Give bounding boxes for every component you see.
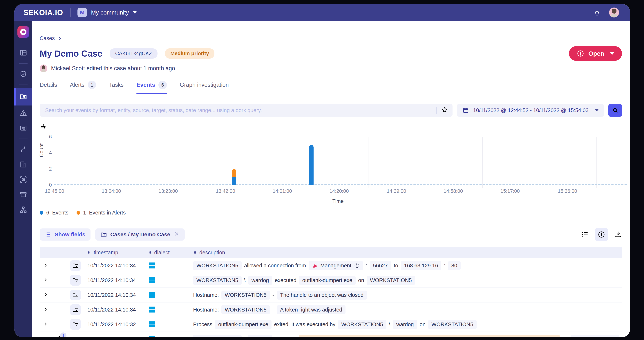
value-chip[interactable]: The handle to an object was closed: [277, 291, 367, 300]
drag-handle-icon: [88, 250, 91, 255]
column-header-description[interactable]: description: [193, 250, 622, 256]
value-chip[interactable]: 56627: [370, 261, 391, 270]
community-caret-icon[interactable]: [133, 12, 136, 14]
select-columns-icon[interactable]: [581, 230, 588, 239]
topbar-divider: [70, 8, 70, 17]
sidebar-item-entities[interactable]: [14, 157, 32, 172]
case-folder-button[interactable]: [70, 319, 81, 330]
bar-segment-alerts: [232, 169, 236, 177]
shield-check-icon: [20, 70, 27, 78]
value-chip[interactable]: wardog: [248, 276, 272, 285]
expand-chevron[interactable]: [40, 306, 53, 313]
table-row[interactable]: 110/11/2022 13:44:52WORKSTATION5\wardoge…: [40, 332, 622, 337]
tab-events[interactable]: Events6: [136, 81, 167, 94]
table-row[interactable]: 10/11/2022 14:10:34WORKSTATION5\wardogex…: [40, 273, 622, 288]
y-gridline: [54, 137, 622, 137]
table-row[interactable]: 10/11/2022 14:10:34Hostname:WORKSTATION5…: [40, 302, 622, 317]
dialect-cell: [148, 261, 193, 270]
status-open-button[interactable]: Open: [569, 46, 622, 61]
value-chip[interactable]: WORKSTATION5: [193, 335, 242, 337]
sidebar-item-hierarchy[interactable]: [14, 202, 32, 217]
histogram-bar[interactable]: [309, 145, 314, 185]
x-tick-label: 14:20:00: [330, 188, 349, 194]
value-chip[interactable]: WORKSTATION5: [222, 305, 270, 314]
table-row[interactable]: 10/11/2022 14:10:32Processoutflank-dumpe…: [40, 317, 622, 332]
community-name[interactable]: My community: [91, 9, 129, 16]
search-input[interactable]: [45, 107, 432, 113]
entity-chip[interactable]: Management: [308, 261, 363, 270]
tab-alerts[interactable]: Alerts1: [70, 81, 96, 94]
case-filter-chip[interactable]: Cases / My Demo Case: [95, 228, 185, 241]
value-chip[interactable]: WORKSTATION5: [571, 335, 619, 337]
value-chip[interactable]: 168.63.129.16: [401, 261, 441, 270]
value-chip[interactable]: WORKSTATION5: [338, 320, 386, 329]
value-chip[interactable]: WORKSTATION5: [193, 276, 242, 285]
calendar-icon: [462, 107, 469, 114]
expand-chevron[interactable]: [40, 336, 53, 337]
breadcrumb[interactable]: Cases: [40, 35, 622, 41]
tab-graph-investigation[interactable]: Graph investigation: [180, 81, 229, 94]
sidebar-item-dashboards[interactable]: [14, 45, 32, 60]
tab-tasks[interactable]: Tasks: [109, 81, 124, 94]
bar-segment-events: [309, 145, 314, 185]
chevron-right-icon: [43, 277, 48, 283]
timestamp-cell: 10/11/2022 14:10:34: [88, 263, 148, 269]
expand-chevron[interactable]: [40, 277, 53, 283]
tab-details[interactable]: Details: [40, 81, 57, 94]
user-avatar[interactable]: [609, 8, 619, 18]
value-chip[interactable]: wardog: [248, 335, 272, 337]
page-title: My Demo Case: [40, 49, 102, 59]
histogram-bar[interactable]: [232, 169, 236, 185]
chart-settings-icon[interactable]: [40, 123, 622, 131]
show-fields-button[interactable]: Show fields: [40, 228, 90, 241]
expand-chevron[interactable]: [40, 321, 53, 327]
sidebar-item-protect[interactable]: [14, 67, 32, 82]
sidebar-item-intakes[interactable]: [14, 142, 32, 157]
community-avatar[interactable]: M: [78, 8, 87, 17]
column-header-timestamp[interactable]: timestamp: [88, 250, 148, 256]
info-toggle-button[interactable]: [595, 228, 608, 241]
value-chip[interactable]: outflank-dumpert.exe: [299, 276, 356, 285]
breadcrumb-cases[interactable]: Cases: [40, 35, 55, 41]
x-tick-label: 12:45:00: [45, 188, 64, 194]
value-chip[interactable]: WORKSTATION5: [222, 291, 270, 300]
value-chip[interactable]: WORKSTATION5: [366, 276, 415, 285]
case-folder-button[interactable]: [70, 290, 81, 300]
download-icon[interactable]: [614, 230, 622, 239]
highlighted-command-chip[interactable]: psexec.exe -accepteula -s reg save hklm\…: [299, 335, 560, 337]
case-folder-button[interactable]: [70, 260, 81, 271]
value-chip[interactable]: WORKSTATION5: [193, 261, 242, 270]
description-text: Process: [193, 321, 212, 327]
sidebar-item-cases[interactable]: [14, 88, 32, 105]
column-header-dialect[interactable]: dialect: [148, 250, 193, 256]
remove-filter-icon[interactable]: [174, 231, 180, 238]
sidebar-item-archive[interactable]: [14, 187, 32, 202]
value-chip[interactable]: 80: [448, 261, 460, 270]
add-to-case-button[interactable]: [70, 335, 77, 337]
sidebar-item-alerts[interactable]: [14, 105, 32, 121]
plug-icon: [20, 145, 27, 153]
notifications-bell-icon[interactable]: [593, 8, 601, 17]
search-button[interactable]: [608, 104, 622, 117]
case-folder-button[interactable]: [70, 275, 81, 286]
value-chip[interactable]: wardog: [393, 320, 417, 329]
building-icon: [20, 161, 27, 168]
sidebar-item-events[interactable]: [14, 121, 32, 136]
sidebar-item-sandbox[interactable]: [14, 172, 32, 187]
favorite-star-icon[interactable]: [441, 106, 448, 114]
legend-count: 1: [83, 210, 86, 216]
case-folder-button[interactable]: [70, 304, 81, 315]
value-chip[interactable]: outflank-dumpert.exe: [215, 320, 272, 329]
sekoia-logo[interactable]: [18, 26, 29, 38]
legend-label: Events in Alerts: [89, 210, 126, 216]
date-range-picker[interactable]: 10/11/2022 @ 12:44:52 - 10/11/2022 @ 15:…: [457, 104, 604, 117]
expand-chevron[interactable]: [40, 292, 53, 298]
table-row[interactable]: 10/11/2022 14:10:34Hostname:WORKSTATION5…: [40, 288, 622, 302]
table-row[interactable]: 10/11/2022 14:10:34WORKSTATION5allowed a…: [40, 258, 622, 273]
expand-chevron[interactable]: [40, 262, 53, 269]
value-chip[interactable]: A token right was adjusted: [277, 305, 346, 314]
sidebar-nav: [14, 21, 32, 337]
value-chip[interactable]: WORKSTATION5: [428, 320, 476, 329]
v-gridline: [368, 137, 368, 188]
chevron-right-icon: [43, 292, 48, 297]
